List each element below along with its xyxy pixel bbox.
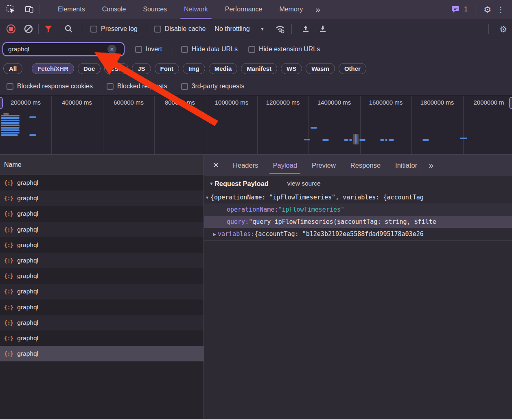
inspect-element-icon[interactable] [5, 4, 16, 15]
filter-chip-js[interactable]: JS [132, 63, 151, 74]
payload-row[interactable]: ▼{operationName: "ipFlowTimeseries", var… [204, 191, 512, 203]
tab-console[interactable]: Console [94, 0, 135, 19]
issues-count[interactable]: 1 [464, 6, 468, 13]
filter-input[interactable] [3, 46, 107, 53]
hide-data-urls-checkbox[interactable]: Hide data URLs [181, 46, 238, 53]
detail-tab-headers[interactable]: Headers [225, 155, 265, 175]
table-row[interactable]: {:}graphql [0, 222, 203, 237]
disclosure-triangle-icon[interactable]: ▶ [211, 232, 218, 236]
checkbox[interactable] [135, 46, 142, 53]
network-overview[interactable]: 200000 ms400000 ms600000 ms800000 ms1000… [0, 96, 512, 155]
payload-key: variables: [218, 230, 254, 238]
view-source-link[interactable]: view source [287, 180, 321, 187]
fetch-xhr-icon: {:} [4, 242, 13, 248]
filter-funnel-icon[interactable] [43, 23, 54, 35]
checkbox[interactable] [154, 26, 161, 33]
disclosure-triangle-icon[interactable]: ▼ [204, 195, 210, 200]
close-icon[interactable]: ✕ [204, 161, 225, 170]
import-har-icon[interactable] [300, 23, 311, 35]
overview-left-handle[interactable] [0, 97, 3, 109]
throttling-dropdown[interactable]: No throttling ▼ [214, 25, 264, 33]
table-row[interactable]: {:}graphql [0, 175, 203, 190]
filter-chip-font[interactable]: Font [155, 63, 179, 74]
checkbox-blocked-requests[interactable]: Blocked requests [107, 83, 167, 90]
tab-memory[interactable]: Memory [271, 0, 311, 19]
tab-performance[interactable]: Performance [217, 0, 271, 19]
settings-gear-icon[interactable]: ⚙ [484, 5, 491, 14]
table-row[interactable]: {:}graphql [0, 284, 203, 299]
divider [38, 24, 39, 34]
overview-right-handle[interactable] [509, 97, 512, 109]
checkbox[interactable] [248, 46, 255, 53]
disable-cache-checkbox[interactable]: Disable cache [154, 25, 206, 33]
timeline-tick-label: 1600000 ms [360, 99, 411, 106]
filter-chip-other[interactable]: Other [339, 63, 366, 74]
search-icon[interactable] [63, 23, 74, 35]
record-button[interactable] [7, 24, 15, 33]
table-row[interactable]: {:}graphql [0, 300, 203, 315]
clear-filter-icon[interactable]: ✕ [107, 45, 116, 54]
request-type-filters: AllFetch/XHRDocCSSJSFontImgMediaManifest… [0, 59, 512, 77]
table-row[interactable]: {:}graphql [0, 346, 203, 361]
checkbox-3rd-party-requests[interactable]: 3rd-party requests [181, 83, 245, 90]
detail-tab-preview[interactable]: Preview [304, 155, 343, 175]
more-tabs-icon[interactable]: » [311, 4, 324, 14]
filter-chip-css[interactable]: CSS [104, 63, 128, 74]
name-column-header[interactable]: Name [0, 155, 203, 175]
overview-request-bar [29, 134, 36, 136]
table-row[interactable]: {:}graphql [0, 268, 203, 284]
tab-elements[interactable]: Elements [49, 0, 94, 19]
filter-chip-ws[interactable]: WS [281, 63, 302, 74]
tabbar-right: 1 ⚙ ⋮ [450, 4, 512, 15]
checkbox-blocked-response-cookies[interactable]: Blocked response cookies [7, 83, 93, 90]
panel-tabs: ElementsConsoleSourcesNetworkPerformance… [49, 0, 311, 19]
payload-row[interactable]: query: "query ipFlowTimeseries($accountT… [204, 216, 512, 228]
export-har-icon[interactable] [317, 23, 328, 35]
devtools-window: ElementsConsoleSourcesNetworkPerformance… [0, 0, 512, 420]
detail-tab-payload[interactable]: Payload [265, 155, 304, 175]
table-row[interactable]: {:}graphql [0, 206, 203, 221]
filter-chip-all[interactable]: All [3, 63, 22, 74]
checkbox[interactable] [7, 83, 13, 90]
preserve-log-checkbox[interactable]: Preserve log [90, 25, 138, 33]
table-row[interactable]: {:}graphql [0, 253, 203, 268]
selected-request-line [355, 134, 357, 144]
filter-chip-media[interactable]: Media [209, 63, 238, 74]
detail-tab-response[interactable]: Response [343, 155, 388, 175]
blocked-filters-row: Blocked response cookiesBlocked requests… [0, 77, 512, 96]
kebab-menu-icon[interactable]: ⋮ [494, 5, 508, 14]
more-detail-tabs-icon[interactable]: » [424, 160, 438, 170]
table-row[interactable]: {:}graphql [0, 190, 203, 206]
payload-row[interactable]: operationName: "ipFlowTimeseries" [204, 203, 512, 216]
table-row[interactable]: {:}graphql [0, 330, 203, 346]
filter-chip-fetchxhr[interactable]: Fetch/XHR [32, 63, 74, 74]
table-row[interactable]: {:}graphql [0, 237, 203, 253]
clear-network-log-icon[interactable] [23, 23, 34, 35]
requests-table: Name {:}graphql{:}graphql{:}graphql{:}gr… [0, 155, 204, 420]
network-conditions-icon[interactable] [274, 23, 286, 35]
device-toolbar-icon[interactable] [24, 4, 35, 15]
hide-extension-urls-checkbox[interactable]: Hide extension URLs [248, 46, 320, 53]
table-row[interactable]: {:}graphql [0, 315, 203, 330]
requests-list: {:}graphql{:}graphql{:}graphql{:}graphql… [0, 175, 203, 361]
overview-request-bar [304, 139, 310, 140]
tab-sources[interactable]: Sources [134, 0, 175, 19]
filter-chip-wasm[interactable]: Wasm [306, 63, 335, 74]
payload-row[interactable]: ▶variables: {accountTag: "b12e3b2192ee55… [204, 228, 512, 240]
filter-input-box[interactable]: ✕ [2, 42, 125, 56]
request-name: graphql [17, 241, 38, 249]
issues-message-icon[interactable] [450, 4, 462, 15]
detail-tab-initiator[interactable]: Initiator [388, 155, 424, 175]
tab-network[interactable]: Network [175, 0, 217, 19]
filter-chip-doc[interactable]: Doc [78, 63, 101, 74]
checkbox[interactable] [90, 26, 97, 33]
filter-chip-manifest[interactable]: Manifest [241, 63, 277, 74]
overview-request-bar [389, 139, 394, 141]
checkbox[interactable] [181, 46, 188, 53]
filter-chip-img[interactable]: Img [183, 63, 205, 74]
invert-checkbox[interactable]: Invert [135, 46, 162, 53]
checkbox[interactable] [107, 83, 114, 90]
network-settings-gear-icon[interactable]: ⚙ [499, 25, 507, 33]
checkbox[interactable] [181, 83, 188, 90]
collapse-triangle-icon[interactable]: ▼ [209, 181, 214, 186]
